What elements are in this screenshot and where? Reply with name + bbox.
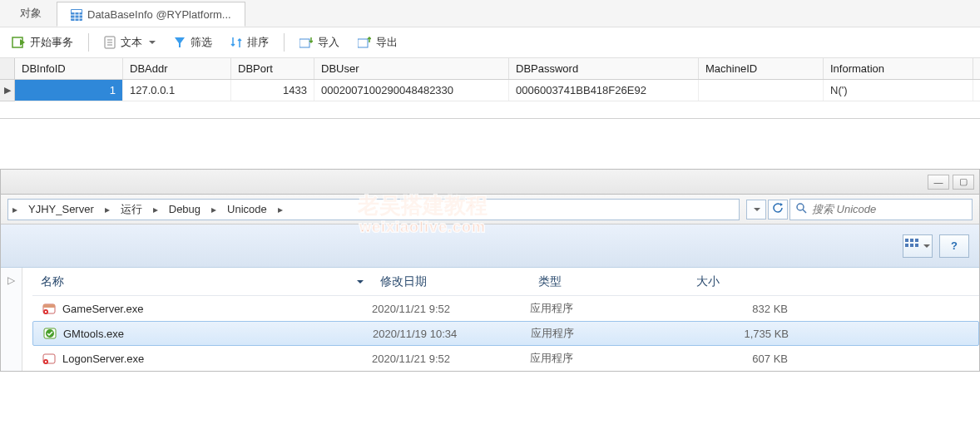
view-list-icon [905, 239, 920, 253]
explorer-window: — ▢ ▸ YJHY_Server ▸ 运行 ▸ Debug ▸ Unicode… [0, 169, 980, 372]
col-header-size-label: 大小 [696, 274, 720, 289]
cell-dbport[interactable]: 1433 [231, 80, 314, 101]
sort-label: 排序 [247, 35, 269, 50]
svg-rect-27 [45, 311, 47, 313]
col-header-modified-label: 修改日期 [380, 274, 427, 289]
crumb-unicode[interactable]: Unicode [220, 200, 274, 220]
file-modified: 2020/11/21 9:52 [372, 353, 530, 365]
history-dropdown-button[interactable] [746, 200, 766, 220]
file-header-row: 名称 修改日期 类型 大小 [32, 268, 979, 296]
document-icon [104, 36, 116, 49]
filter-label: 筛选 [191, 35, 212, 50]
minimize-button[interactable]: — [928, 175, 949, 190]
col-header-dbport[interactable]: DBPort [231, 58, 314, 79]
col-header-name-label: 名称 [41, 274, 64, 289]
col-header-dbuser[interactable]: DBUser [314, 58, 509, 79]
sort-button[interactable]: 排序 [227, 31, 272, 54]
minimize-icon: — [934, 177, 943, 187]
col-header-machineid[interactable]: MachineID [699, 58, 824, 79]
svg-rect-14 [358, 39, 368, 47]
help-icon: ? [951, 239, 958, 252]
begin-transaction-button[interactable]: 开始事务 [8, 31, 77, 54]
crumb-chevron[interactable]: ▸ [101, 200, 114, 220]
refresh-icon [772, 202, 784, 216]
svg-rect-21 [905, 244, 908, 247]
cell-dbinfoid[interactable]: 1 [15, 80, 123, 101]
cell-dbpassword[interactable]: 0006003741BB418F26E92 [509, 80, 699, 101]
tab-databaseinfo[interactable]: DataBaseInfo @RYPlatform... [57, 2, 245, 27]
db-toolbar: 开始事务 文本 筛选 排序 导入 [0, 27, 980, 58]
tab-objects-label: 对象 [20, 6, 42, 21]
cell-information[interactable]: N(') [824, 80, 973, 101]
cell-dbaddr[interactable]: 127.0.0.1 [123, 80, 231, 101]
text-mode-button[interactable]: 文本 [101, 31, 159, 54]
col-header-information[interactable]: Information [824, 58, 973, 79]
file-type: 应用程序 [530, 301, 688, 316]
tab-databaseinfo-label: DataBaseInfo @RYPlatform... [87, 8, 231, 21]
play-sql-icon [12, 36, 25, 49]
table-icon [71, 7, 82, 21]
explorer-toolbar: ? [1, 224, 979, 268]
toolbar-separator [88, 33, 89, 52]
file-row-gameserver[interactable]: GameServer.exe 2020/11/21 9:52 应用程序 832 … [32, 296, 979, 321]
help-button[interactable]: ? [939, 234, 969, 258]
crumb-debug[interactable]: Debug [162, 200, 207, 220]
funnel-icon [174, 37, 186, 48]
svg-rect-23 [915, 244, 918, 247]
export-icon [358, 37, 371, 48]
refresh-button[interactable] [768, 200, 788, 220]
export-label: 导出 [376, 35, 398, 50]
svg-line-17 [803, 210, 806, 213]
col-header-size[interactable]: 大小 [688, 274, 804, 289]
row-selector-header [0, 58, 14, 80]
col-header-name[interactable]: 名称 [32, 274, 372, 289]
import-button[interactable]: 导入 [296, 31, 343, 54]
chevron-down-icon [754, 208, 760, 211]
svg-rect-19 [910, 239, 913, 242]
file-size: 832 KB [688, 303, 788, 315]
exe-icon [42, 327, 58, 340]
file-modified: 2020/11/19 10:34 [373, 328, 531, 340]
svg-point-16 [797, 204, 804, 210]
file-name: LogonServer.exe [62, 353, 144, 365]
col-header-modified[interactable]: 修改日期 [372, 274, 530, 289]
file-row-logonserver[interactable]: LogonServer.exe 2020/11/21 9:52 应用程序 607… [32, 346, 979, 371]
crumb-root-chevron[interactable]: ▸ [8, 200, 22, 220]
svg-rect-1 [72, 10, 82, 12]
toolbar-separator [284, 33, 285, 52]
sort-icon [230, 37, 242, 48]
file-name: GameServer.exe [62, 303, 144, 315]
crumb-yjhy-server[interactable]: YJHY_Server [22, 200, 101, 220]
row-selector-handle[interactable]: ▶ [0, 80, 14, 101]
search-box [789, 199, 973, 220]
cell-dbuser[interactable]: 0002007100290048482330 [314, 80, 509, 101]
col-header-type[interactable]: 类型 [530, 274, 688, 289]
maximize-button[interactable]: ▢ [953, 175, 974, 190]
table-row[interactable]: 1 127.0.0.1 1433 0002007100290048482330 … [15, 80, 980, 101]
crumb-chevron[interactable]: ▸ [207, 200, 220, 220]
chevron-down-icon [923, 244, 930, 248]
data-grid: ▶ DBInfoID DBAddr DBPort DBUser DBPasswo… [0, 58, 980, 101]
filter-button[interactable]: 筛选 [171, 31, 215, 54]
svg-marker-15 [780, 203, 783, 206]
crumb-run[interactable]: 运行 [114, 200, 149, 220]
col-header-dbpassword[interactable]: DBPassword [509, 58, 699, 79]
cell-machineid[interactable] [699, 80, 824, 101]
search-input[interactable] [812, 203, 967, 215]
grid-header-row: DBInfoID DBAddr DBPort DBUser DBPassword… [15, 58, 980, 80]
nav-pane-gutter: ▷ [1, 268, 22, 371]
col-header-dbinfoid[interactable]: DBInfoID [15, 58, 123, 79]
view-mode-button[interactable] [903, 234, 933, 258]
row-selector-column: ▶ [0, 58, 15, 101]
crumb-chevron[interactable]: ▸ [274, 200, 287, 220]
svg-rect-18 [905, 239, 908, 242]
export-button[interactable]: 导出 [354, 31, 401, 54]
tab-objects[interactable]: 对象 [7, 1, 55, 26]
crumb-chevron[interactable]: ▸ [149, 200, 162, 220]
file-row-gmtools[interactable]: GMtools.exe 2020/11/19 10:34 应用程序 1,735 … [32, 321, 979, 346]
col-header-dbaddr[interactable]: DBAddr [123, 58, 231, 79]
svg-rect-32 [45, 361, 47, 363]
svg-rect-13 [299, 39, 309, 47]
expand-icon[interactable]: ▷ [7, 274, 15, 286]
tab-bar: 对象 DataBaseInfo @RYPlatform... [0, 0, 980, 27]
